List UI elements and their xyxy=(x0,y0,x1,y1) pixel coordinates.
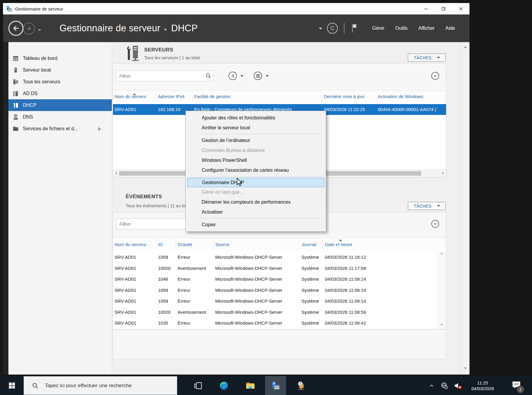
dhcp-console-taskbar-icon[interactable] xyxy=(291,376,311,395)
event-table-row[interactable]: SRV-AD011059ErreurMicrosoft-Windows-DHCP… xyxy=(113,285,438,296)
volume-muted-icon[interactable] xyxy=(451,376,465,395)
event-table-row[interactable]: SRV-AD0110020AvertissementMicrosoft-Wind… xyxy=(113,307,438,318)
window-vertical-scrollbar[interactable] xyxy=(460,42,469,375)
collapse-panel-button[interactable] xyxy=(431,220,439,228)
save-query-button[interactable] xyxy=(254,72,262,80)
menu-aide[interactable]: Aide xyxy=(445,26,455,31)
servers-column-header[interactable]: Dernière mise à jour xyxy=(324,94,365,99)
servers-column-header[interactable]: Activation de Windows xyxy=(378,94,423,99)
menu-afficher[interactable]: Afficher xyxy=(418,26,435,31)
events-column-header[interactable]: Nom du serveur xyxy=(115,242,147,247)
close-button[interactable] xyxy=(452,3,469,14)
notifications-flag-icon[interactable] xyxy=(350,23,359,33)
expand-arrow-icon[interactable] xyxy=(98,127,101,130)
context-menu-item-gestion-de-l-ordinateur[interactable]: Gestion de l’ordinateur xyxy=(186,135,326,145)
breadcrumb-root[interactable]: Gestionnaire de serveur xyxy=(60,23,160,34)
event-cell: Erreur xyxy=(178,252,190,263)
context-menu-item-arreter-le-serveur-local[interactable]: Arrêter le serveur local xyxy=(186,123,326,133)
refresh-button[interactable] xyxy=(327,23,338,34)
event-cell: Système xyxy=(301,285,319,296)
servers-filter-input[interactable] xyxy=(116,70,214,81)
restore-button[interactable] xyxy=(435,3,452,14)
event-cell: Système xyxy=(301,252,319,263)
chevron-down-icon[interactable] xyxy=(240,75,243,78)
events-column-header[interactable]: Source xyxy=(215,242,230,247)
menu-outils[interactable]: Outils xyxy=(395,26,408,31)
servers-tasks-button[interactable]: TÂCHES xyxy=(408,54,446,62)
network-no-internet-icon[interactable] xyxy=(438,376,451,395)
sidebar-item-dns[interactable]: DNS xyxy=(8,111,112,123)
events-tasks-button[interactable]: TÂCHES xyxy=(408,202,446,210)
context-menu-item-windows-powershell[interactable]: Windows PowerShell xyxy=(186,155,326,165)
context-menu-item-demarrer-les-compteurs-de-performances[interactable]: Démarrer les compteurs de performances xyxy=(186,197,326,207)
event-cell: Erreur xyxy=(178,318,190,329)
start-button[interactable] xyxy=(0,376,23,395)
events-column-header[interactable]: Date et heure xyxy=(325,242,352,247)
sidebar-item-all-servers[interactable]: Tous les serveurs xyxy=(8,76,112,88)
sidebar-item-ad-ds[interactable]: AD DS xyxy=(8,88,112,99)
scroll-down-icon[interactable] xyxy=(439,322,444,328)
minimize-button[interactable] xyxy=(417,3,435,14)
context-menu-item-configurer-l-association-de-cartes-reseau[interactable]: Configurer l’association de cartes résea… xyxy=(186,165,326,175)
notification-badge: 2 xyxy=(517,386,524,393)
column-separator xyxy=(323,239,323,249)
file-explorer-icon[interactable] xyxy=(240,376,260,395)
event-table-row[interactable]: SRV-AD011059ErreurMicrosoft-Windows-DHCP… xyxy=(113,252,438,263)
scroll-up-icon[interactable] xyxy=(463,45,468,51)
chevron-down-icon xyxy=(437,205,440,208)
event-cell: Erreur xyxy=(178,285,190,296)
servers-column-header[interactable]: Facilité de gestion xyxy=(194,94,231,99)
event-cell: SRV-AD01 xyxy=(115,252,136,263)
sidebar-item-file-services[interactable]: Services de fichiers et d... xyxy=(8,123,112,134)
context-menu-item-actualiser[interactable]: Actualiser xyxy=(186,207,326,217)
notifications-caret-icon[interactable] xyxy=(319,26,322,31)
scroll-down-icon[interactable] xyxy=(463,366,468,372)
view-options-button[interactable] xyxy=(228,72,237,80)
events-table-header: Nom du serveurIDGravitéSourceJournalDate… xyxy=(113,238,446,251)
scroll-right-icon[interactable] xyxy=(441,171,445,176)
task-view-button[interactable] xyxy=(189,376,207,395)
edge-browser-icon[interactable] xyxy=(214,376,234,395)
scroll-up-icon[interactable] xyxy=(439,252,444,257)
event-table-row[interactable]: SRV-AD011035ErreurMicrosoft-Windows-DHCP… xyxy=(113,318,438,329)
event-table-row[interactable]: SRV-AD011059ErreurMicrosoft-Windows-DHCP… xyxy=(113,296,438,307)
event-table-row[interactable]: SRV-AD0110020AvertissementMicrosoft-Wind… xyxy=(113,263,438,274)
taskbar-clock[interactable]: 11:25 04/03/2026 xyxy=(465,376,500,395)
servers-column-header[interactable]: Nom du serveur xyxy=(115,94,147,99)
taskbar-search-input[interactable] xyxy=(44,382,172,389)
event-cell: Erreur xyxy=(178,274,190,285)
servers-column-header[interactable]: Adresse IPv4 xyxy=(158,94,185,99)
sidebar-item-dhcp[interactable]: DHCP xyxy=(8,99,112,111)
context-menu-item-gerer-en-tant-que: Gérer en tant que... xyxy=(186,187,326,197)
sidebar-item-dashboard[interactable]: Tableau de bord xyxy=(8,52,112,64)
scroll-left-icon[interactable] xyxy=(114,171,118,176)
events-vertical-scrollbar[interactable] xyxy=(438,250,446,329)
event-cell: 1059 xyxy=(158,285,168,296)
history-caret-icon[interactable] xyxy=(38,27,41,32)
tray-show-hidden-icons[interactable] xyxy=(426,376,437,395)
context-menu-item-ajouter-des-roles-et-fonctionnalites[interactable]: Ajouter des rôles et fonctionnalités xyxy=(186,113,326,123)
collapse-panel-button[interactable] xyxy=(431,72,439,80)
events-column-header[interactable]: Journal xyxy=(301,242,316,247)
events-column-header[interactable]: Gravité xyxy=(178,242,192,247)
sidebar-item-label: Tableau de bord xyxy=(23,56,57,61)
context-menu-item-gestionnaire-dhcp[interactable]: Gestionnaire DHCP xyxy=(187,178,324,187)
taskbar-search[interactable] xyxy=(23,376,177,395)
menu-gerer[interactable]: Gérer xyxy=(372,26,384,31)
action-center-button[interactable]: 2 xyxy=(507,376,526,395)
event-table-row[interactable]: SRV-AD011046ErreurMicrosoft-Windows-DHCP… xyxy=(113,274,438,285)
forward-button[interactable] xyxy=(23,23,35,35)
sidebar-item-local-server[interactable]: Serveur local xyxy=(8,64,112,76)
context-menu-item-copier[interactable]: Copier xyxy=(186,220,326,230)
server-manager-taskbar-icon[interactable] xyxy=(265,376,286,395)
back-button[interactable] xyxy=(8,21,23,36)
event-cell: 10020 xyxy=(158,307,171,318)
events-column-header[interactable]: ID xyxy=(158,242,163,247)
desktop: { "window": { "title": "Gestionnaire de … xyxy=(0,0,532,395)
sidebar-item-label: DHCP xyxy=(23,103,36,108)
clock-time: 11:25 xyxy=(477,380,488,386)
servers-tasks-label: TÂCHES xyxy=(414,55,431,60)
event-cell: Microsoft-Windows-DHCP-Server xyxy=(215,296,282,307)
server-context-menu: Ajouter des rôles et fonctionnalitésArrê… xyxy=(185,111,326,232)
chevron-down-icon[interactable] xyxy=(266,75,269,78)
